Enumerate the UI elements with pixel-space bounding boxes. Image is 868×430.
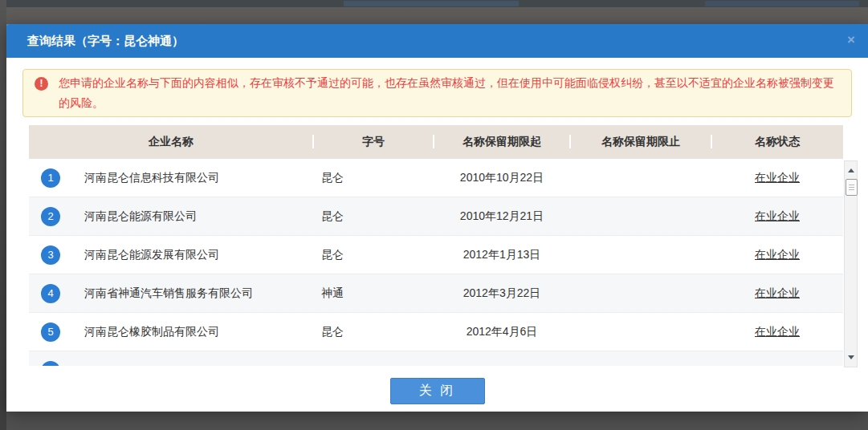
row-number-badge: 4 [41,284,60,303]
scroll-down-arrow-icon[interactable] [845,351,857,363]
table-row: 2 河南昆仑能源有限公司 昆仑 2010年12月21日 在业企业 [29,197,843,236]
company-name: 河南昆仑能源有限公司 [72,209,313,224]
dialog-header: 查询结果（字号：昆仑神通） × [6,24,868,58]
status-link[interactable]: 在业企业 [755,325,800,338]
background-dimmed-text [705,1,859,6]
row-number-badge [41,361,60,367]
table-row: 4 河南省神通汽车销售服务有限公司 神通 2012年3月22日 在业企业 [29,274,843,313]
scroll-up-arrow-icon[interactable] [845,164,857,176]
close-button[interactable]: 关 闭 [390,378,485,404]
table-row: 5 河南昆仑橡胶制品有限公司 昆仑 2012年4月6日 在业企业 [29,313,843,351]
query-result-dialog: 查询结果（字号：昆仑神通） × ! 您申请的企业名称与下面的内容相似，存在审核不… [6,24,868,412]
warning-icon: ! [35,77,48,91]
row-number-badge: 1 [41,168,60,188]
table-row: 3 河南昆仑能源发展有限公司 昆仑 2012年1月13日 在业企业 [29,236,843,274]
result-table: 企业名称 字号 名称保留期限起 名称保留期限止 名称状态 1 河南昆仑信息科技有… [29,125,858,366]
trade-name: 神通 [313,286,434,301]
status-link[interactable]: 在业企业 [755,209,800,222]
trade-name: 昆仑 [313,325,434,339]
company-name: 河南省神通汽车销售服务有限公司 [72,286,313,301]
column-header-reserve-start: 名称保留期限起 [434,135,570,149]
company-name: 河南昆仑信息科技有限公司 [72,171,313,185]
row-number-badge: 2 [41,207,60,226]
dialog-footer: 关 闭 [6,378,868,404]
column-header-reserve-end: 名称保留期限止 [570,135,711,149]
trade-name: 昆仑 [313,171,434,185]
trade-name: 昆仑 [313,209,434,224]
table-header-row: 企业名称 字号 名称保留期限起 名称保留期限止 名称状态 [29,125,843,159]
warning-banner: ! 您申请的企业名称与下面的内容相似，存在审核不予通过的可能，也存在虽然审核通过… [22,69,852,117]
column-header-company-name: 企业名称 [29,135,313,149]
reserve-start-date: 2010年12月21日 [434,209,570,224]
reserve-start-date: 2010年10月22日 [434,171,570,185]
reserve-start-date: 2012年3月22日 [434,286,570,301]
warning-text: 您申请的企业名称与下面的内容相似，存在审核不予通过的可能，也存在虽然审核通过，但… [59,73,838,113]
trade-name: 昆仑 [313,248,434,262]
background-left-edge [0,0,6,430]
close-icon[interactable]: × [847,33,855,47]
background-dimmed-text [344,1,519,6]
table-scrollbar[interactable] [844,160,858,367]
table-body: 1 河南昆仑信息科技有限公司 昆仑 2010年10月22日 在业企业 2 河南昆… [29,159,843,366]
column-header-name-status: 名称状态 [711,135,843,149]
table-row: 1 河南昆仑信息科技有限公司 昆仑 2010年10月22日 在业企业 [29,159,843,197]
company-name: 河南昆仑橡胶制品有限公司 [72,325,313,339]
status-link[interactable]: 在业企业 [755,171,800,184]
dialog-title: 查询结果（字号：昆仑神通） [27,34,184,49]
row-number-badge: 3 [41,245,60,265]
column-header-trade-name: 字号 [313,135,434,149]
status-link[interactable]: 在业企业 [755,286,800,299]
company-name: 河南昆仑能源发展有限公司 [72,248,313,262]
status-link[interactable]: 在业企业 [755,248,800,261]
reserve-start-date: 2012年4月6日 [434,325,570,339]
reserve-start-date: 2012年1月13日 [434,248,570,262]
scroll-thumb[interactable] [846,179,858,196]
row-number-badge: 5 [41,322,60,342]
table-row-partial [29,351,843,366]
